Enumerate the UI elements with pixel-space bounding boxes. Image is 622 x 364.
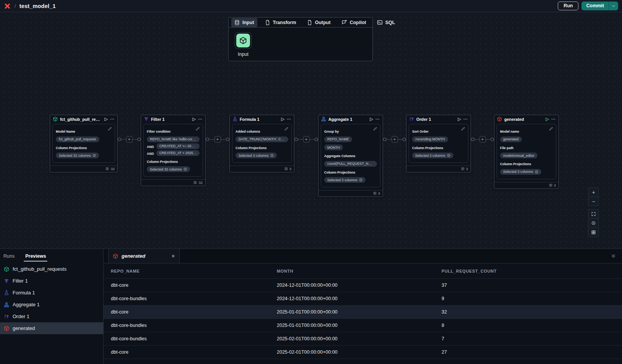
target-icon [591,221,596,226]
edit-pencil-icon[interactable] [108,127,112,131]
input-port[interactable] [403,138,406,141]
tab-runs[interactable]: Runs [3,249,15,263]
node-formula-1[interactable]: Formula 1 ▷ ⋯ Added columns DATE_TRUNC('… [229,115,294,172]
more-menu-icon[interactable]: ⋯ [287,117,291,121]
column-projections-pill[interactable]: Selected 32 columns [147,166,190,172]
filter-condition-pill[interactable]: CREATED_AT >= 2024-12-01 [156,143,200,149]
sort-order-pill[interactable]: Ascending MONTH [412,136,448,142]
more-menu-icon[interactable]: ⋯ [375,117,380,121]
sidebar-item-generated[interactable]: generated [0,322,103,334]
tab-copilot[interactable]: Copilot [336,18,372,27]
column-projections-pill[interactable]: Selected 3 columns [500,169,541,175]
close-icon[interactable]: ✕ [171,253,175,259]
more-menu-icon[interactable]: ⋯ [463,117,468,121]
sidebar-item-order-1[interactable]: Order 1 [0,310,103,322]
sidebar-item-aggregate-1[interactable]: Aggregate 1 [0,299,103,310]
filter-condition-pill[interactable]: REPO_NAME like %dbt-core% [147,136,200,142]
output-port[interactable] [383,138,387,141]
input-port[interactable] [226,138,229,141]
input-port[interactable] [490,138,494,141]
table-row-highlighted[interactable]: dbt-core 2025-01-01T00:00:00+00:00 32 [104,306,622,319]
table-row[interactable]: dbt-core 2024-12-01T00:00:00+00:00 37 [104,279,622,292]
run-button[interactable]: Run [558,2,578,10]
zoom-out-button[interactable]: − [588,197,599,206]
output-port[interactable] [294,138,298,141]
group-by-pill[interactable]: REPO_NAME [324,136,352,142]
play-icon[interactable]: ▷ [281,117,284,121]
table-row[interactable]: dbt-core-bundles 2024-12-01T00:00:00+00:… [104,292,622,306]
play-icon[interactable]: ▷ [370,117,373,121]
input-port[interactable] [315,138,318,141]
commit-dropdown-button[interactable] [609,2,618,10]
play-icon[interactable]: ▷ [193,117,196,121]
output-port[interactable] [206,138,209,141]
collapse-panel-button[interactable] [611,253,616,258]
add-node-button[interactable]: + [479,136,486,143]
tab-previews[interactable]: Previews [25,249,46,263]
file-path-pill[interactable]: models/visual_editor [500,153,538,158]
more-menu-icon[interactable]: ⋯ [110,117,115,121]
info-icon [184,167,187,171]
pipeline-canvas[interactable]: Input Transform Output Copilot SQL [0,12,622,249]
column-header-month[interactable]: MONTH [277,269,442,273]
column-projections-pill[interactable]: Selected 3 columns [412,153,453,158]
output-port[interactable] [118,138,121,141]
filter-condition-pill[interactable]: CREATED_AT < 2025-03-01 [156,150,200,156]
model-name-pill[interactable]: generated [500,136,522,142]
fit-view-button[interactable] [588,209,599,219]
input-port[interactable] [137,138,141,141]
field-label: File path [500,146,553,150]
node-title: Order 1 [416,117,456,122]
column-projections-pill[interactable]: Selected 3 columns [324,177,365,183]
node-fct-github-pull-requests[interactable]: fct_github_pull_requests ▷ ⋯ Model Name … [50,115,118,172]
file-icon [265,20,270,25]
node-body: Added columns DATE_TRUNC('MONTH', CREATE… [232,124,292,163]
node-aggregate-1[interactable]: Aggregate 1 ▷ ⋯ Group by REPO_NAME MONTH… [318,115,383,197]
zoom-in-button[interactable]: + [588,187,599,197]
column-header-pull-request-count[interactable]: PULL_REQUEST_COUNT [442,269,622,273]
play-icon[interactable]: ▷ [105,117,108,121]
tab-input[interactable]: Input [229,18,260,27]
table-row[interactable]: dbt-core-bundles 2025-02-01T00:00:00+00:… [104,332,622,346]
node-filter-1[interactable]: Filter 1 ▷ ⋯ Filter condition REPO_NAME … [141,115,206,186]
fit-view-icon [591,211,596,216]
model-name-pill[interactable]: fct_github_pull_requests [56,136,99,142]
dbt-logo-icon[interactable] [4,3,11,10]
column-projections-pill[interactable]: Selected 3 columns [235,153,277,158]
output-port[interactable] [471,138,474,141]
edit-pencil-icon[interactable] [196,127,200,131]
play-icon[interactable]: ▷ [546,117,549,121]
layout-grid-button[interactable] [588,227,599,237]
tab-output[interactable]: Output [302,18,336,27]
add-node-button[interactable]: + [126,136,133,143]
table-row[interactable]: dbt-core 2025-02-01T00:00:00+00:00 27 [104,346,622,359]
palette-item-input[interactable]: Input [235,32,252,57]
edit-pencil-icon[interactable] [461,127,465,131]
aggregate-columns-pill[interactable]: count(PULL_REQUEST_NUMBER) as ... [324,161,377,167]
add-node-button[interactable]: + [391,136,398,143]
node-order-1[interactable]: Order 1 ▷ ⋯ Sort Order Ascending MONTH C… [406,115,471,172]
more-menu-icon[interactable]: ⋯ [551,117,556,121]
sidebar-item-formula-1[interactable]: Formula 1 [0,287,103,299]
node-title: Formula 1 [240,117,279,122]
node-generated[interactable]: generated ▷ ⋯ Model name generated File … [494,115,559,189]
commit-button[interactable]: Commit [581,2,609,10]
sidebar-item-filter-1[interactable]: Filter 1 [0,275,103,287]
add-node-button[interactable]: + [214,136,221,143]
more-menu-icon[interactable]: ⋯ [198,117,203,121]
tab-transform[interactable]: Transform [260,18,302,27]
edit-pencil-icon[interactable] [284,127,289,131]
column-projections-pill[interactable]: Selected 32 columns [56,153,99,158]
table-row[interactable]: dbt-core-bundles 2025-01-01T00:00:00+00:… [104,319,622,332]
add-node-button[interactable]: + [303,136,310,143]
play-icon[interactable]: ▷ [458,117,461,121]
added-columns-pill[interactable]: DATE_TRUNC('MONTH', CREATED_AT... [235,136,288,142]
preview-tab-generated[interactable]: generated ✕ [108,249,180,263]
group-by-pill[interactable]: MONTH [324,145,343,150]
locate-button[interactable] [588,218,599,228]
column-header-repo-name[interactable]: REPO_NAME [111,269,277,273]
sidebar-item-fct-github-pull-requests[interactable]: fct_github_pull_requests [0,263,103,275]
edit-pencil-icon[interactable] [549,127,553,131]
tab-sql[interactable]: SQL [372,18,401,27]
edit-pencil-icon[interactable] [373,127,377,131]
